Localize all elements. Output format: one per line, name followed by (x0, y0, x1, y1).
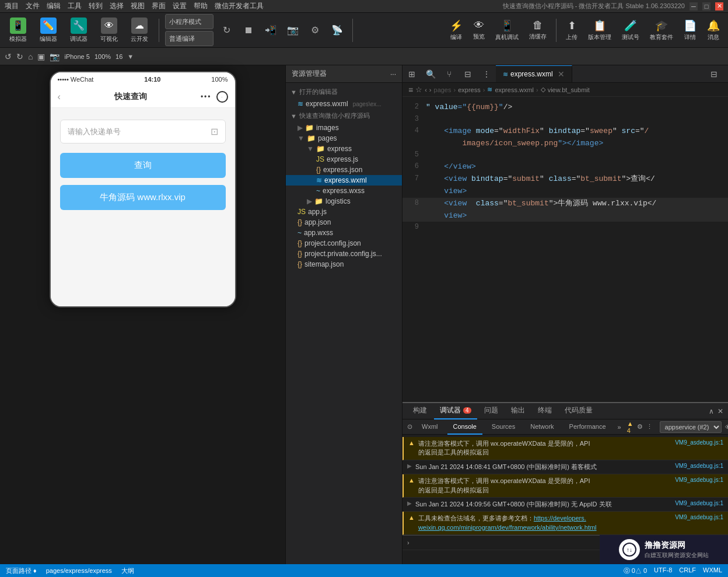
menu-item-settings[interactable]: 设置 (173, 1, 187, 11)
console-tab-console[interactable]: Console (447, 419, 482, 435)
menu-item-goto[interactable]: 转到 (89, 1, 103, 11)
device-icon[interactable]: 📲 (261, 21, 280, 40)
breadcrumb-forward-icon[interactable]: › (429, 86, 432, 93)
upload-btn[interactable]: ⬆ 上传 (562, 17, 581, 44)
tab-express-wxml[interactable]: ≋ express.wxml ✕ (496, 65, 572, 83)
devtools-tab-output[interactable]: 输出 (505, 403, 531, 419)
compile-btn[interactable]: ⚡ 编译 (446, 17, 466, 44)
test-btn[interactable]: 🧪 测试号 (618, 17, 643, 44)
docs-link[interactable]: https://developers.weixin.qq.com/minipro… (418, 515, 597, 530)
git-icon[interactable]: ⑂ (440, 65, 459, 83)
eye-icon[interactable]: 👁 (725, 424, 728, 431)
open-editors-section[interactable]: ▼ 打开的编辑器 (286, 85, 402, 99)
menu-item-tools[interactable]: 工具 (68, 1, 82, 11)
devtools-tab-quality[interactable]: 代码质量 (559, 403, 598, 419)
more-tabs-icon[interactable]: » (615, 424, 624, 431)
visual-btn[interactable]: 👁 可视化 (96, 15, 123, 46)
project-section[interactable]: ▼ 快速查询微信小程序源码 (286, 109, 402, 123)
console-source-3[interactable]: VM9_asdebug.js:1 (675, 477, 723, 483)
refresh-icon[interactable]: ↻ (217, 21, 236, 40)
file-sitemap[interactable]: {} sitemap.json (286, 259, 402, 270)
file-project-config[interactable]: {} project.config.json (286, 238, 402, 249)
debug-btn[interactable]: 🔧 调试器 (65, 15, 92, 46)
nav-back-icon[interactable]: ≡ (408, 85, 413, 95)
simulator-btn[interactable]: 📱 模拟器 (5, 15, 32, 46)
devtools-tab-terminal[interactable]: 终端 (532, 403, 558, 419)
menu-item-project[interactable]: 项目 (5, 1, 19, 11)
tab-close-icon[interactable]: ✕ (558, 69, 565, 79)
file-app-wxss[interactable]: ~ app.wxss (286, 228, 402, 238)
more-icon[interactable]: ⋮ (646, 423, 653, 431)
devtools-tab-issues[interactable]: 问题 (478, 403, 504, 419)
preview-small-icon[interactable]: ▣ (37, 52, 45, 61)
more-icon[interactable]: ⋮ (477, 65, 496, 83)
preview-btn[interactable]: 👁 预览 (470, 17, 488, 43)
rotate-icon[interactable]: ↺ (5, 52, 12, 61)
devtools-collapse-icon[interactable]: ∧ (709, 407, 714, 415)
tab-icon-btn[interactable]: ⊞ (402, 65, 421, 83)
bookmark-icon[interactable]: ☆ (415, 85, 422, 94)
close-button[interactable]: ✕ (715, 2, 723, 11)
menu-item-edit[interactable]: 编辑 (47, 1, 61, 11)
folder-logistics[interactable]: ▶ 📁 logistics (286, 196, 402, 207)
file-app-js[interactable]: JS app.js (286, 207, 402, 217)
menu-item-file[interactable]: 文件 (26, 1, 40, 11)
file-panel-more-icon[interactable]: ··· (390, 70, 396, 78)
menu-item-help[interactable]: 帮助 (194, 1, 208, 11)
file-express-json[interactable]: {} express.json (286, 165, 402, 175)
realtest-btn[interactable]: 📱 真机调试 (492, 17, 522, 44)
file-express-wxss[interactable]: ~ express.wxss (286, 186, 402, 196)
mode-select[interactable]: 小程序模式 (165, 14, 214, 29)
phone-back-icon[interactable]: ‹ (58, 92, 61, 102)
code-content[interactable]: 2 " value="{{num}}"/> 3 4 <image mode="w… (402, 97, 728, 402)
search-icon[interactable]: 🔍 (421, 65, 440, 83)
home-icon[interactable]: ⌂ (28, 52, 33, 61)
file-project-private[interactable]: {} project.private.config.js... (286, 249, 402, 259)
menu-item-interface[interactable]: 界面 (152, 1, 166, 11)
devtools-close-icon[interactable]: ✕ (718, 407, 723, 415)
console-source-1[interactable]: VM9_asdebug.js:1 (675, 439, 723, 446)
edu-btn[interactable]: 🎓 教育套件 (646, 17, 677, 44)
minimize-button[interactable]: ─ (690, 2, 698, 11)
console-tab-network[interactable]: Network (524, 419, 559, 435)
phone-dots-icon[interactable]: ••• (201, 93, 212, 101)
console-source-5[interactable]: VM9_asdebug.js:1 (675, 514, 723, 520)
settings-icon[interactable]: ⚙ (306, 21, 324, 40)
file-app-json[interactable]: {} app.json (286, 217, 402, 228)
file-express-js[interactable]: JS express.js (286, 154, 402, 165)
message-btn[interactable]: 🔔 消息 (704, 17, 723, 44)
query-button[interactable]: 查询 (60, 153, 226, 178)
scan-icon[interactable]: ⊡ (211, 126, 218, 137)
menu-item-weixin[interactable]: 微信开发者工具 (215, 1, 264, 11)
open-file-express-wxml[interactable]: ≋ express.wxml pages\ex... (286, 99, 402, 109)
console-tab-sources[interactable]: Sources (486, 419, 521, 435)
context-select[interactable]: appservice (#2) (660, 421, 722, 433)
devtools-tab-debugger[interactable]: 调试器 4 (434, 403, 477, 419)
menu-item-select[interactable]: 选择 (110, 1, 124, 11)
clearstore-btn[interactable]: 🗑 清缓存 (526, 17, 550, 43)
console-source-4[interactable]: VM9_asdebug.js:1 (675, 500, 723, 506)
file-express-wxml[interactable]: ≋ express.wxml (286, 175, 402, 186)
detail-btn[interactable]: 📄 详情 (680, 17, 700, 44)
promo-button[interactable]: 牛角源码 www.rlxx.vip (60, 185, 226, 210)
devtools-tab-build[interactable]: 构建 (407, 403, 433, 419)
console-source-2[interactable]: VM9_asdebug.js:1 (675, 463, 723, 469)
stop-icon[interactable]: ⏹ (239, 21, 258, 40)
phone-input-box[interactable]: 请输入快递单号 ⊡ (60, 120, 226, 144)
split-icon[interactable]: ⊟ (459, 65, 477, 83)
reload-icon[interactable]: ↻ (16, 52, 23, 61)
layout-icon[interactable]: ⊟ (705, 65, 723, 83)
settings-icon[interactable]: ⚙ (637, 423, 643, 431)
console-tab-performance[interactable]: Performance (564, 419, 612, 435)
version-btn[interactable]: 📋 版本管理 (584, 17, 615, 44)
breadcrumb-back-icon[interactable]: ‹ (425, 86, 427, 93)
editor-btn[interactable]: ✏️ 编辑器 (35, 15, 62, 46)
screenshot-icon[interactable]: 📷 (50, 52, 60, 61)
folder-pages[interactable]: ▼ 📁 pages (286, 133, 402, 144)
folder-images[interactable]: ▶ 📁 images (286, 123, 402, 133)
maximize-button[interactable]: □ (702, 2, 710, 11)
cursor-icon[interactable]: ⊙ (407, 423, 412, 431)
dropdown-icon[interactable]: ▼ (127, 53, 134, 60)
network-icon[interactable]: 📡 (328, 21, 346, 40)
cloud-btn[interactable]: ☁ 云开发 (126, 15, 153, 46)
